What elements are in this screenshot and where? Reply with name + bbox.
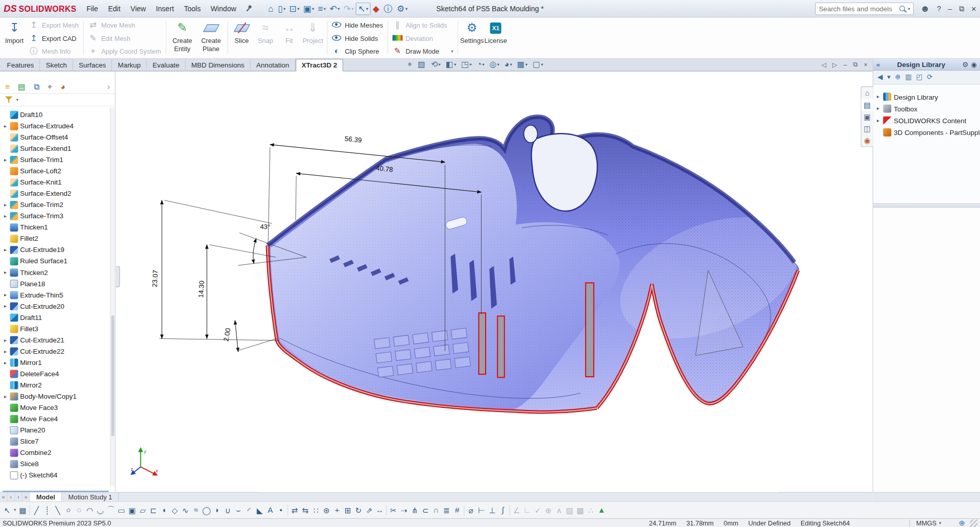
feature-tree-item[interactable]: Move Face3 <box>0 402 110 413</box>
feature-tree-item[interactable]: ▸ Mirror1 <box>0 357 110 368</box>
expand-arrow-icon[interactable]: ▸ <box>3 213 8 219</box>
sketch-parabola[interactable]: ∪ <box>223 503 233 517</box>
hide-show-items-icon[interactable]: ◎ ▾ <box>489 60 499 68</box>
back-history-caret-icon[interactable]: ▾ <box>887 73 891 81</box>
hide-solids-button[interactable]: Hide Solids <box>329 32 386 44</box>
apply-scene-icon[interactable]: ▦ ▾ <box>517 60 528 68</box>
refresh-icon[interactable]: ⟳ <box>927 73 933 81</box>
menu-edit[interactable]: Edit <box>103 2 126 15</box>
dimension-label[interactable]: 14.30 <box>197 281 206 298</box>
web-help-globe-icon[interactable]: ⊕ <box>959 519 965 527</box>
tab-sketch[interactable]: Sketch <box>40 59 73 71</box>
feature-tree-item[interactable]: Fillet2 <box>0 233 110 244</box>
edit-mesh-button[interactable]: ✎Edit Mesh <box>86 32 164 44</box>
sketch-circle[interactable]: ○ <box>63 503 74 517</box>
tab-scroll-icon[interactable]: › <box>15 493 22 501</box>
convert-entities[interactable]: ⊂ <box>420 503 431 517</box>
task-pane-file-explorer-icon[interactable]: ▣ <box>862 111 873 123</box>
settings-button[interactable]: ⚙ Settings <box>460 18 484 58</box>
sketch-arc-centerpoint[interactable]: ◠ <box>84 503 95 517</box>
import-button[interactable]: ↧ Import <box>3 18 27 58</box>
feature-tree-item[interactable]: ▸ Extrude-Thin5 <box>0 289 110 301</box>
mesh-info-button[interactable]: ⓘMesh Info <box>26 45 81 57</box>
apply-coord-system-button[interactable]: ⌖Apply Coord System <box>86 45 164 57</box>
sketch-conic[interactable]: ⌣ <box>233 503 244 517</box>
expand-arrow-icon[interactable]: ▸ <box>3 337 8 342</box>
pin-menu-icon[interactable] <box>244 3 254 14</box>
sketch-corner-rectangle[interactable]: ▭ <box>116 503 127 517</box>
feature-tree-item[interactable]: ▸ Cut-Extrude21 <box>0 334 110 346</box>
dynamic-mirror[interactable]: ⇆ <box>300 503 310 517</box>
deviation-button[interactable]: Deviation <box>390 32 456 44</box>
new-document-button[interactable]: ▯ ▾ <box>276 3 287 14</box>
task-pane-appearances-icon[interactable]: ◉ <box>862 134 873 146</box>
feature-tree-item[interactable]: Surface-Knit1 <box>0 176 110 188</box>
add-file-location-icon[interactable]: ▥ <box>905 73 912 81</box>
rotate-entities[interactable]: ↻ <box>353 503 364 517</box>
task-pane-view-palette-icon[interactable]: ◫ <box>862 123 873 134</box>
sketch-ellipse[interactable]: ◯ <box>201 503 212 517</box>
horizontal-dimension[interactable]: ⊢ <box>476 503 487 517</box>
fit-button[interactable]: ↔ Fit <box>277 18 301 58</box>
sketch-spline[interactable]: ∿ <box>180 503 190 517</box>
sketch-grid-system[interactable]: ▦ <box>17 503 28 517</box>
sketch-point[interactable]: • <box>276 503 286 517</box>
hide-meshes-button[interactable]: Hide Meshes <box>329 18 386 31</box>
feature-tree-item[interactable]: Slice8 <box>0 458 110 469</box>
home-button[interactable]: ⌂ <box>266 3 276 14</box>
sketch-center-rectangle[interactable]: ▣ <box>127 503 137 517</box>
design-library-item[interactable]: ▸ Design Library <box>876 91 977 103</box>
instant2d[interactable]: ∴ <box>586 503 596 517</box>
add-relation[interactable]: ∟ <box>522 503 533 517</box>
feature-tree-item[interactable]: ▸ Surface-Trim3 <box>0 210 110 221</box>
quick-snaps[interactable]: ∧ <box>554 503 564 517</box>
sketch-partial-ellipse[interactable]: ◗ <box>212 503 223 517</box>
snap-button[interactable]: ≈ Snap <box>254 18 278 58</box>
tab-evaluate[interactable]: Evaluate <box>147 59 186 71</box>
feature-tree-item[interactable]: Draft11 <box>0 312 110 323</box>
feature-tree-item[interactable]: (-) Sketch64 <box>0 469 110 480</box>
dimension-label[interactable]: 23.07 <box>151 270 159 287</box>
design-library-item[interactable]: ▸ Toolbox <box>876 103 977 114</box>
align-to-solids-button[interactable]: ∥Align to Solids <box>390 18 456 31</box>
area-hatch-fill[interactable]: ▩ <box>575 503 586 517</box>
create-plane-button[interactable]: Create Plane <box>197 18 225 58</box>
ordinate-dimension[interactable]: ⊥ <box>487 503 497 517</box>
expand-arrow-icon[interactable]: ▸ <box>3 348 8 354</box>
task-pane-home-icon[interactable]: ⌂ <box>862 87 873 99</box>
expand-arrow-icon[interactable]: ▸ <box>3 247 8 253</box>
smart-dimension[interactable]: ⌀ <box>466 503 476 517</box>
select-tool-caret[interactable]: ▾ <box>12 503 17 517</box>
menu-insert[interactable]: Insert <box>151 2 179 15</box>
feature-tree-item[interactable]: Surface-Loft2 <box>0 165 110 176</box>
feature-tree-item[interactable]: Draft10 <box>0 109 110 120</box>
tab-markup[interactable]: Markup <box>112 59 147 71</box>
move-entities[interactable]: + <box>332 503 343 517</box>
design-library-item[interactable]: 3D Components - PartSupply <box>876 126 977 138</box>
shaded-sketch-contours[interactable]: ▲ <box>596 503 607 517</box>
extend-entities[interactable]: ⇢ <box>399 503 410 517</box>
tab-features[interactable]: Features <box>1 59 40 71</box>
menu-tools[interactable]: Tools <box>179 2 205 15</box>
sketch-style-spline[interactable]: ≈ <box>190 503 201 517</box>
slice-button[interactable]: Slice <box>230 18 254 58</box>
expand-arrow-icon[interactable]: ▸ <box>876 106 881 111</box>
intersection-curve[interactable]: ∩ <box>431 503 441 517</box>
feature-tree-item[interactable]: Mirror2 <box>0 379 110 391</box>
feature-tree-item[interactable]: ▸ Cut-Extrude19 <box>0 244 110 256</box>
sketch-picture[interactable]: ▨ <box>564 503 575 517</box>
search-input[interactable] <box>819 5 896 12</box>
license-button[interactable]: X1 License <box>484 18 508 58</box>
scale-entities[interactable]: ⇗ <box>364 503 374 517</box>
display-style-icon[interactable]: ◔ ▾ <box>476 60 484 68</box>
tab-xtract3d-2[interactable]: XTract3D 2 <box>295 59 343 71</box>
feature-tree-item[interactable]: DeleteFace4 <box>0 368 110 379</box>
fully-define-sketch[interactable]: ✓ <box>533 503 543 517</box>
dimxpertmanager-tab-icon[interactable]: ⌖ <box>47 82 52 92</box>
sketch-arc-3point[interactable]: ⌒ <box>106 503 116 517</box>
tab-scroll-icon[interactable]: » <box>22 493 30 501</box>
menu-view[interactable]: View <box>126 2 151 15</box>
options-button[interactable]: ⚙ ▾ <box>395 3 409 14</box>
print-button[interactable]: ≡ ▾ <box>316 3 328 14</box>
doc-previous-icon[interactable]: ◁ <box>821 61 826 67</box>
